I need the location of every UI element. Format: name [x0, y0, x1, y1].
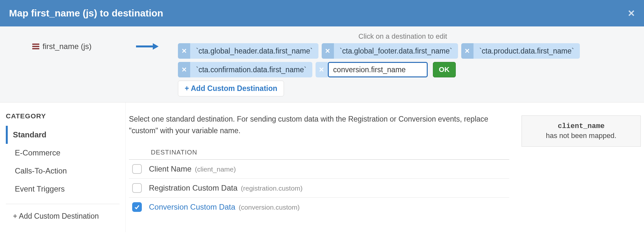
destination-code: (conversion.custom) [239, 203, 300, 211]
list-icon [32, 44, 39, 49]
destination-row-registration[interactable]: Registration Custom Data (registration.c… [129, 179, 509, 198]
tooltip-text: has not been mapped. [546, 132, 617, 140]
category-item-ecommerce[interactable]: E-Commerce [6, 144, 120, 162]
destination-label: Client Name [149, 164, 191, 173]
destination-code: (client_name) [195, 165, 236, 173]
modal-header: Map first_name (js) to destination ✕ [0, 0, 644, 26]
destination-chips: ✕ `cta.global_header.data.first_name` ✕ … [178, 43, 636, 77]
source-column: first_name (js) [32, 32, 116, 51]
divider [6, 204, 120, 204]
destination-label: Registration Custom Data [149, 183, 238, 192]
chip-label: `cta.global_footer.data.first_name` [334, 43, 458, 59]
destination-row-client-name[interactable]: Client Name (client_name) [129, 160, 509, 179]
chip-remove-icon[interactable]: ✕ [178, 62, 190, 77]
ok-button[interactable]: OK [433, 62, 456, 77]
add-custom-destination-button[interactable]: + Add Custom Destination [178, 81, 284, 96]
destination-hint: Click on a destination to edit [358, 32, 636, 41]
arrow-column [135, 32, 159, 50]
tooltip-unmapped: client_name has not been mapped. [522, 115, 641, 147]
mapper-row: first_name (js) Click on a destination t… [0, 26, 644, 103]
source-label: first_name (js) [43, 42, 92, 51]
checkbox[interactable] [132, 164, 142, 174]
category-list: Standard E-Commerce Calls-To-Action Even… [6, 126, 120, 198]
category-item-standard[interactable]: Standard [6, 126, 120, 144]
chip-remove-icon[interactable]: ✕ [316, 62, 328, 77]
category-heading: CATEGORY [6, 112, 120, 120]
chip-remove-icon[interactable]: ✕ [322, 43, 334, 59]
destination-label: Conversion Custom Data [149, 203, 235, 211]
destination-input-chip: ✕ [316, 62, 428, 77]
destination-table-header: DESTINATION [129, 145, 509, 160]
body-row: CATEGORY Standard E-Commerce Calls-To-Ac… [0, 103, 644, 232]
checkbox-checked[interactable] [132, 202, 142, 212]
destination-chip[interactable]: ✕ `cta.global_footer.data.first_name` [322, 43, 458, 59]
destination-input[interactable] [328, 62, 428, 77]
instruction-text: Select one standard destination. For sen… [129, 114, 509, 136]
checkbox[interactable] [132, 183, 142, 193]
svg-marker-1 [153, 43, 159, 50]
destination-code: (registration.custom) [241, 184, 302, 192]
destination-chip[interactable]: ✕ `cta.confirmation.data.first_name` [178, 62, 312, 77]
arrow-right-icon [135, 43, 159, 50]
category-item-event-triggers[interactable]: Event Triggers [6, 180, 120, 198]
category-item-calls-to-action[interactable]: Calls-To-Action [6, 162, 120, 180]
chip-label: `cta.confirmation.data.first_name` [190, 62, 312, 77]
modal-title: Map first_name (js) to destination [9, 8, 163, 19]
destination-table: DESTINATION Client Name (client_name) Re… [129, 145, 509, 216]
chip-remove-icon[interactable]: ✕ [461, 43, 473, 59]
tooltip-code: client_name [529, 122, 633, 130]
close-icon[interactable]: ✕ [628, 8, 635, 19]
add-custom-destination-link[interactable]: + Add Custom Destination [6, 210, 120, 223]
destination-row-conversion[interactable]: Conversion Custom Data (conversion.custo… [129, 198, 509, 216]
chip-label: `cta.global_header.data.first_name` [190, 43, 318, 59]
main-panel: Select one standard destination. For sen… [126, 103, 522, 232]
destination-chip[interactable]: ✕ `cta.global_header.data.first_name` [178, 43, 318, 59]
chip-label: `cta.product.data.first_name` [473, 43, 580, 59]
category-sidebar: CATEGORY Standard E-Commerce Calls-To-Ac… [0, 103, 126, 232]
chip-remove-icon[interactable]: ✕ [178, 43, 190, 59]
destination-column: Click on a destination to edit ✕ `cta.gl… [178, 32, 636, 96]
destination-chip[interactable]: ✕ `cta.product.data.first_name` [461, 43, 580, 59]
